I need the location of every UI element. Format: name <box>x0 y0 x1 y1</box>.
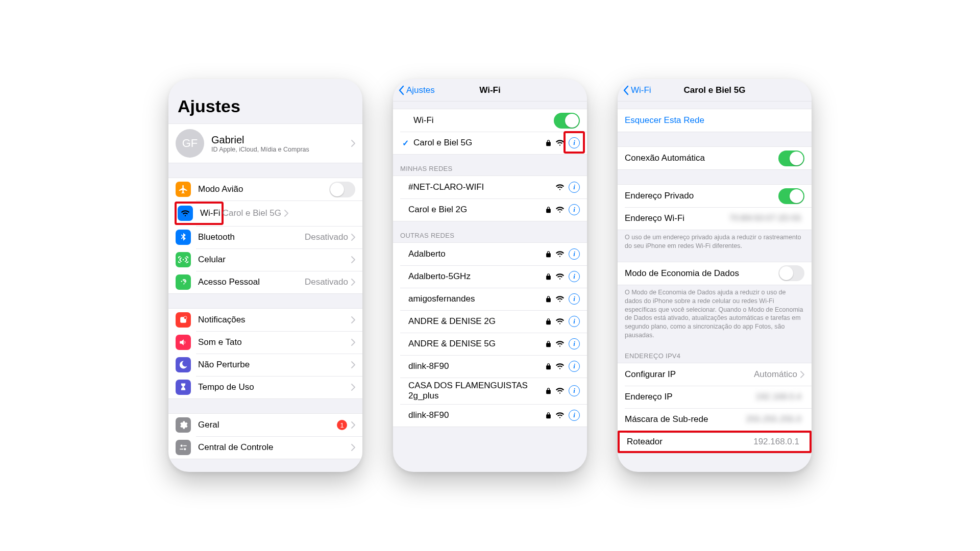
chevron-right-icon <box>351 361 355 368</box>
chevron-left-icon <box>623 85 629 95</box>
network-row[interactable]: Carol e Biel 2Gi <box>393 198 587 221</box>
ipv4-row[interactable]: Configurar IPAutomático <box>618 363 812 386</box>
apple-id-row[interactable]: GF Gabriel ID Apple, iCloud, Mídia e Com… <box>168 124 362 163</box>
network-row[interactable]: CASA DOS FLAMENGUISTAS 2g_plusi <box>393 378 587 404</box>
chevron-right-icon <box>351 421 355 429</box>
chevron-right-icon <box>284 210 288 217</box>
low-data-switch[interactable] <box>778 265 804 281</box>
settings-row-controlcenter[interactable]: Central de Controle <box>168 436 362 459</box>
other-networks-header: OUTRAS REDES <box>393 221 587 242</box>
info-icon[interactable]: i <box>569 385 580 396</box>
network-row[interactable]: amigosfernandesi <box>393 288 587 310</box>
lock-icon <box>546 251 551 258</box>
connected-network-row[interactable]: ✓ Carol e Biel 5G i <box>393 132 587 154</box>
low-data-note: O Modo de Economia de Dados ajuda a redu… <box>618 285 812 340</box>
row-value: Desativado <box>305 232 348 242</box>
ipv4-label: Roteador <box>627 437 753 447</box>
info-icon[interactable]: i <box>569 248 580 260</box>
chevron-left-icon <box>398 85 404 95</box>
wifi-switch[interactable] <box>554 113 580 129</box>
lock-icon <box>546 273 551 280</box>
auto-join-switch[interactable] <box>778 151 804 166</box>
network-row[interactable]: Adalberto-5GHzi <box>393 265 587 288</box>
info-icon[interactable]: i <box>569 204 580 215</box>
row-value: Carol e Biel 5G <box>223 208 281 218</box>
forget-network-button[interactable]: Esquecer Esta Rede <box>618 109 812 132</box>
my-networks-header: MINHAS REDES <box>393 155 587 176</box>
row-label: Som e Tato <box>198 337 351 347</box>
badge: 1 <box>337 420 347 430</box>
lock-icon <box>546 340 551 347</box>
chevron-right-icon <box>800 371 804 378</box>
info-icon[interactable]: i <box>569 293 580 305</box>
network-row[interactable]: Adalbertoi <box>393 243 587 265</box>
settings-row-dnd[interactable]: Não Perturbe <box>168 354 362 376</box>
settings-row-sounds[interactable]: Som e Tato <box>168 331 362 354</box>
network-name: dlink-8F90 <box>408 410 546 420</box>
settings-row-hotspot[interactable]: Acesso PessoalDesativado <box>168 271 362 293</box>
connected-network-name: Carol e Biel 5G <box>413 138 546 148</box>
back-label: Ajustes <box>406 85 435 95</box>
dnd-icon <box>176 357 191 372</box>
settings-row-screentime[interactable]: Tempo de Uso <box>168 376 362 398</box>
chevron-right-icon <box>351 316 355 323</box>
lock-icon <box>546 363 551 370</box>
row-label: Acesso Pessoal <box>198 277 305 287</box>
info-icon[interactable]: i <box>569 361 580 372</box>
wifi-toggle-row[interactable]: Wi-Fi <box>393 109 587 132</box>
info-icon[interactable]: i <box>569 182 580 193</box>
wifi-signal-icon <box>555 340 565 347</box>
settings-row-notifications[interactable]: Notificações <box>168 309 362 331</box>
network-row[interactable]: #NET-CLARO-WIFIi <box>393 176 587 198</box>
network-row[interactable]: dlink-8F90i <box>393 355 587 378</box>
info-icon[interactable]: i <box>569 410 580 421</box>
info-icon[interactable]: i <box>569 338 580 349</box>
info-icon[interactable]: i <box>569 316 580 327</box>
settings-row-airplane[interactable]: Modo Avião <box>168 178 362 201</box>
auto-join-row[interactable]: Conexão Automática <box>618 147 812 169</box>
ipv4-label: Máscara de Sub-rede <box>625 414 746 424</box>
settings-row-general[interactable]: Geral1 <box>168 414 362 436</box>
info-icon[interactable]: i <box>569 271 580 282</box>
network-name: CASA DOS FLAMENGUISTAS 2g_plus <box>408 381 546 401</box>
settings-screen: Ajustes GF Gabriel ID Apple, iCloud, Míd… <box>168 79 362 472</box>
airplane-switch[interactable] <box>329 182 355 197</box>
lock-icon <box>546 139 551 146</box>
chevron-right-icon <box>351 140 355 147</box>
private-address-row[interactable]: Endereço Privado <box>618 185 812 207</box>
lock-icon <box>546 206 551 213</box>
settings-row-wifi[interactable]: Wi-FiCarol e Biel 5G <box>168 201 362 226</box>
controlcenter-icon <box>176 440 191 455</box>
row-label: Bluetooth <box>198 232 305 242</box>
row-label: Modo Avião <box>198 184 329 194</box>
private-address-switch[interactable] <box>778 188 804 204</box>
settings-row-bluetooth[interactable]: BluetoothDesativado <box>168 226 362 248</box>
chevron-right-icon <box>351 279 355 286</box>
network-row[interactable]: dlink-8F90i <box>393 404 587 427</box>
page-title: Ajustes <box>168 79 362 123</box>
ipv4-value: Automático <box>754 369 797 380</box>
network-row[interactable]: ANDRE & DENISE 5Gi <box>393 333 587 355</box>
back-button[interactable]: Wi-Fi <box>623 79 651 101</box>
low-data-row[interactable]: Modo de Economia de Dados <box>618 262 812 285</box>
network-row[interactable]: ANDRE & DENISE 2Gi <box>393 310 587 333</box>
wifi-address-label: Endereço Wi-Fi <box>625 213 729 223</box>
ipv4-row: Máscara de Sub-rede255.255.255.0 <box>618 408 812 431</box>
private-address-note: O uso de um endereço privado ajuda a red… <box>618 230 812 251</box>
wifi-signal-icon <box>555 139 565 146</box>
nav-title: Wi-Fi <box>479 85 500 95</box>
wifi-signal-icon <box>555 295 565 303</box>
wifi-signal-icon <box>555 184 565 191</box>
settings-row-cellular[interactable]: Celular <box>168 248 362 271</box>
chevron-right-icon <box>351 339 355 346</box>
info-icon[interactable]: i <box>569 137 580 148</box>
back-button[interactable]: Ajustes <box>398 79 435 101</box>
network-name: Adalberto <box>408 249 546 259</box>
ipv4-value: 255.255.255.0 <box>746 414 801 424</box>
wifi-signal-icon <box>555 251 565 258</box>
low-data-label: Modo de Economia de Dados <box>625 268 778 279</box>
private-address-label: Endereço Privado <box>625 191 778 201</box>
row-label: Não Perturbe <box>198 360 351 370</box>
general-icon <box>176 417 191 433</box>
wifi-address-value: 70:B9:50:07:2D:55 <box>729 213 801 223</box>
